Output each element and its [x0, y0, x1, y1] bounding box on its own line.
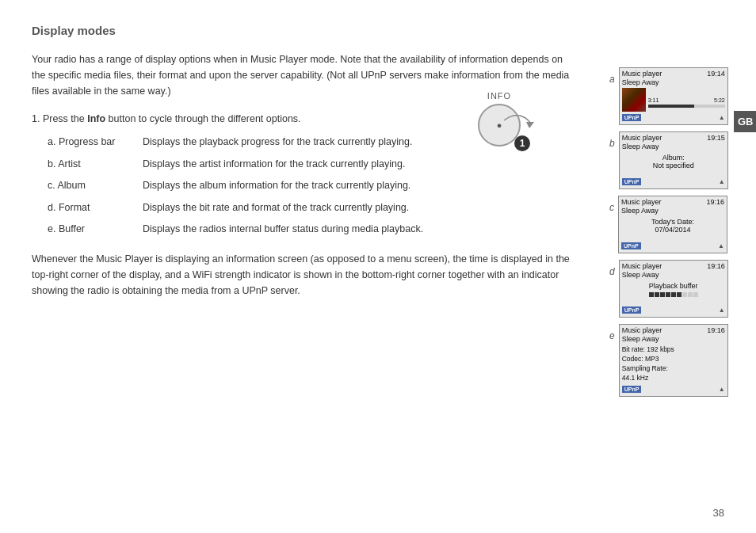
panel-body-b: Album: Not specified — [622, 152, 725, 176]
buffer-seg-6 — [677, 292, 682, 297]
panel-c-line1: Today's Date: — [621, 218, 724, 226]
buffer-seg-7 — [682, 292, 687, 297]
upnp-badge-a: UPnP — [622, 114, 642, 121]
panel-title-e: Music player — [622, 326, 662, 334]
step1-prefix: 1. Press the — [32, 113, 87, 124]
step1-bold: Info — [87, 113, 105, 124]
panel-letter-a: a — [609, 74, 615, 85]
panel-title-a: Music player — [622, 70, 662, 78]
panel-letter-b: b — [609, 138, 615, 149]
upnp-badge-e: UPnP — [622, 386, 642, 393]
list-item: c. Album Displays the album information … — [48, 179, 571, 193]
panel-track-a: Sleep Away — [622, 78, 725, 86]
option-desc-d: Displays the bit rate and format of the … — [143, 201, 571, 215]
panel-letter-e: e — [609, 330, 615, 341]
device-panel-e: Music player 19:16 Sleep Away Bit rate: … — [619, 324, 728, 397]
panel-track-c: Sleep Away — [621, 207, 724, 215]
panel-title-c: Music player — [621, 198, 662, 206]
panel-b-line2: Not specified — [622, 162, 725, 169]
upnp-badge-c: UPnP — [621, 242, 641, 249]
option-desc-c: Displays the album information for the t… — [143, 179, 571, 193]
panel-title-d: Music player — [622, 262, 662, 270]
option-desc-b: Displays the artist information for the … — [143, 158, 571, 172]
page-number: 38 — [713, 507, 724, 519]
panel-b-line1: Album: — [622, 154, 725, 162]
buffer-bar — [622, 292, 725, 297]
wifi-icon-c: ▲ — [718, 242, 724, 249]
svg-marker-0 — [526, 122, 534, 128]
step-number-badge: 1 — [514, 135, 530, 151]
panel-wrapper-c: c Music player 19:16 Sleep Away Today's … — [609, 196, 732, 253]
wifi-icon-e: ▲ — [719, 386, 725, 393]
info-label: INFO — [468, 91, 531, 101]
panel-time-e: 19:16 — [707, 326, 725, 334]
panel-body-e: Bit rate: 192 kbps Codec: MP3 Sampling R… — [622, 345, 725, 383]
buffer-seg-1 — [649, 292, 654, 297]
panel-a-content: 3:11 5:22 — [622, 88, 725, 112]
footer-text: Whenever the Music Player is displaying … — [32, 251, 571, 299]
buffer-seg-3 — [660, 292, 665, 297]
panel-e-text: Bit rate: 192 kbps Codec: MP3 Sampling R… — [622, 345, 725, 383]
option-desc-e: Displays the radios internal buffer stat… — [143, 223, 571, 237]
panel-wrapper-a: a Music player 19:14 Sleep Away 3:11 5:2… — [609, 67, 732, 125]
panel-d-label: Playback buffer — [622, 282, 725, 290]
gb-tab: GB — [734, 111, 756, 132]
panel-header-d: Music player 19:16 — [622, 262, 725, 270]
panel-wrapper-b: b Music player 19:15 Sleep Away Album: N… — [609, 131, 732, 189]
panel-header-c: Music player 19:16 — [621, 198, 724, 206]
panel-wrapper-d: d Music player 19:16 Sleep Away Playback… — [609, 260, 732, 318]
panel-time-d: 19:16 — [707, 262, 725, 270]
buffer-seg-5 — [671, 292, 676, 297]
panel-time-b: 19:15 — [707, 134, 725, 142]
wifi-icon-d: ▲ — [719, 306, 725, 314]
panel-wrapper-e: e Music player 19:16 Sleep Away Bit rate… — [609, 324, 732, 397]
panel-track-b: Sleep Away — [622, 143, 725, 150]
upnp-badge-d: UPnP — [622, 306, 642, 314]
device-panel-d: Music player 19:16 Sleep Away Playback b… — [619, 260, 728, 318]
main-content: Display modes Your radio has a range of … — [32, 24, 571, 299]
progress-start: 3:11 — [648, 97, 659, 103]
panel-body-d: Playback buffer — [622, 280, 725, 304]
panel-header-a: Music player 19:14 — [622, 70, 725, 78]
panel-e-line2: Codec: MP3 — [622, 355, 725, 364]
progress-bar-fill — [648, 105, 694, 108]
buffer-seg-4 — [666, 292, 670, 297]
panel-footer-a: UPnP ▲ — [622, 114, 725, 121]
device-panel-b: Music player 19:15 Sleep Away Album: Not… — [619, 131, 728, 189]
wifi-icon-b: ▲ — [719, 178, 725, 185]
panel-body-c: Today's Date: 07/04/2014 — [621, 216, 724, 240]
progress-times: 3:11 5:22 — [648, 97, 725, 103]
option-label-e: e. Buffer — [48, 223, 143, 237]
panel-letter-d: d — [609, 266, 615, 277]
arrow-icon — [496, 105, 536, 136]
panel-title-b: Music player — [622, 134, 662, 142]
device-panel-c: Music player 19:16 Sleep Away Today's Da… — [618, 196, 727, 253]
buffer-seg-9 — [693, 292, 698, 297]
panel-letter-c: c — [609, 202, 614, 213]
panel-footer-d: UPnP ▲ — [622, 306, 725, 314]
panels-section: a Music player 19:14 Sleep Away 3:11 5:2… — [609, 67, 732, 403]
list-item: b. Artist Displays the artist informatio… — [48, 158, 571, 172]
step1-suffix: button to cycle through the different op… — [105, 113, 300, 124]
list-item: d. Format Displays the bit rate and form… — [48, 201, 571, 215]
panel-b-text: Album: Not specified — [622, 152, 725, 169]
panel-e-line3: Sampling Rate: — [622, 364, 725, 374]
page-title: Display modes — [32, 24, 571, 37]
panel-c-text: Today's Date: 07/04/2014 — [621, 216, 724, 234]
panel-header-b: Music player 19:15 — [622, 134, 725, 142]
option-label-a: a. Progress bar — [48, 135, 143, 150]
panel-header-e: Music player 19:16 — [622, 326, 725, 334]
panel-track-d: Sleep Away — [622, 271, 725, 279]
progress-bar-container — [648, 105, 725, 108]
panel-footer-c: UPnP ▲ — [621, 242, 724, 249]
panel-time-c: 19:16 — [706, 198, 724, 206]
panel-e-line1: Bit rate: 192 kbps — [622, 345, 725, 355]
option-label-b: b. Artist — [48, 158, 143, 172]
panel-footer-e: UPnP ▲ — [622, 386, 725, 393]
buffer-seg-8 — [688, 292, 693, 297]
album-art-icon — [622, 88, 646, 112]
panel-track-e: Sleep Away — [622, 335, 725, 343]
wifi-icon-a: ▲ — [719, 114, 725, 121]
option-label-c: c. Album — [48, 179, 143, 193]
list-item: e. Buffer Displays the radios internal b… — [48, 223, 571, 237]
